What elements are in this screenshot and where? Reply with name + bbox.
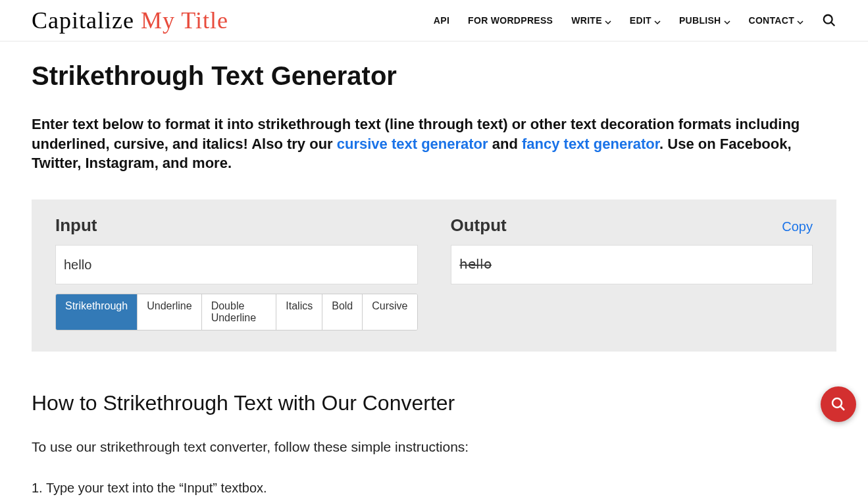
chevron-down-icon xyxy=(797,17,804,24)
output-label: Output xyxy=(451,215,507,236)
format-tabs: Strikethrough Underline Double Underline… xyxy=(55,294,418,330)
main-nav: API FOR WORDPRESS WRITE EDIT PUBLISH CON… xyxy=(434,13,836,28)
howto-intro: To use our strikethrough text converter,… xyxy=(32,436,492,458)
fancy-generator-link[interactable]: fancy text generator xyxy=(522,136,659,152)
intro-text: Enter text below to format it into strik… xyxy=(32,115,836,173)
nav-publish[interactable]: PUBLISH xyxy=(679,15,730,26)
search-button[interactable] xyxy=(822,13,836,28)
nav-api[interactable]: API xyxy=(434,15,449,26)
nav-contact[interactable]: CONTACT xyxy=(749,15,804,26)
howto-title: How to Strikethrough Text with Our Conve… xyxy=(32,391,836,415)
copy-button[interactable]: Copy xyxy=(782,219,813,234)
svg-line-3 xyxy=(840,406,844,410)
tab-italics[interactable]: Italics xyxy=(276,294,322,330)
tab-double-underline[interactable]: Double Underline xyxy=(202,294,277,330)
howto-step-1: 1. Type your text into the “Input” textb… xyxy=(32,478,836,498)
converter-box: Input Strikethrough Underline Double Und… xyxy=(32,199,836,352)
chevron-down-icon xyxy=(654,17,661,24)
logo-part1: Capitalize xyxy=(32,7,141,34)
output-textbox[interactable]: h̶e̶l̶l̶o̶ xyxy=(451,245,813,284)
nav-wordpress[interactable]: FOR WORDPRESS xyxy=(468,15,553,26)
tab-bold[interactable]: Bold xyxy=(322,294,363,330)
main-content: Strikethrough Text Generator Enter text … xyxy=(0,41,868,501)
site-header: Capitalize My Title API FOR WORDPRESS WR… xyxy=(0,0,868,41)
chevron-down-icon xyxy=(605,17,611,24)
output-header: Output Copy xyxy=(451,215,813,236)
search-icon xyxy=(830,396,846,412)
output-text: h̶e̶l̶l̶o̶ xyxy=(459,257,492,271)
page-title: Strikethrough Text Generator xyxy=(32,61,836,91)
nav-write[interactable]: WRITE xyxy=(571,15,611,26)
search-icon xyxy=(822,13,836,28)
chevron-down-icon xyxy=(724,17,730,24)
cursive-generator-link[interactable]: cursive text generator xyxy=(337,136,488,152)
svg-line-1 xyxy=(831,22,835,26)
input-header: Input xyxy=(55,215,418,236)
svg-point-0 xyxy=(824,15,832,24)
input-column: Input Strikethrough Underline Double Und… xyxy=(55,215,418,330)
tab-cursive[interactable]: Cursive xyxy=(363,294,417,330)
tab-strikethrough[interactable]: Strikethrough xyxy=(56,294,138,330)
howto-section: How to Strikethrough Text with Our Conve… xyxy=(32,352,836,498)
output-column: Output Copy h̶e̶l̶l̶o̶ xyxy=(451,215,813,330)
site-logo[interactable]: Capitalize My Title xyxy=(32,7,228,34)
svg-point-2 xyxy=(832,398,842,408)
nav-edit[interactable]: EDIT xyxy=(630,15,661,26)
floating-search-button[interactable] xyxy=(821,386,856,422)
logo-part2: My Title xyxy=(141,7,228,34)
tab-underline[interactable]: Underline xyxy=(138,294,201,330)
input-textbox[interactable] xyxy=(55,245,418,284)
input-label: Input xyxy=(55,215,97,236)
